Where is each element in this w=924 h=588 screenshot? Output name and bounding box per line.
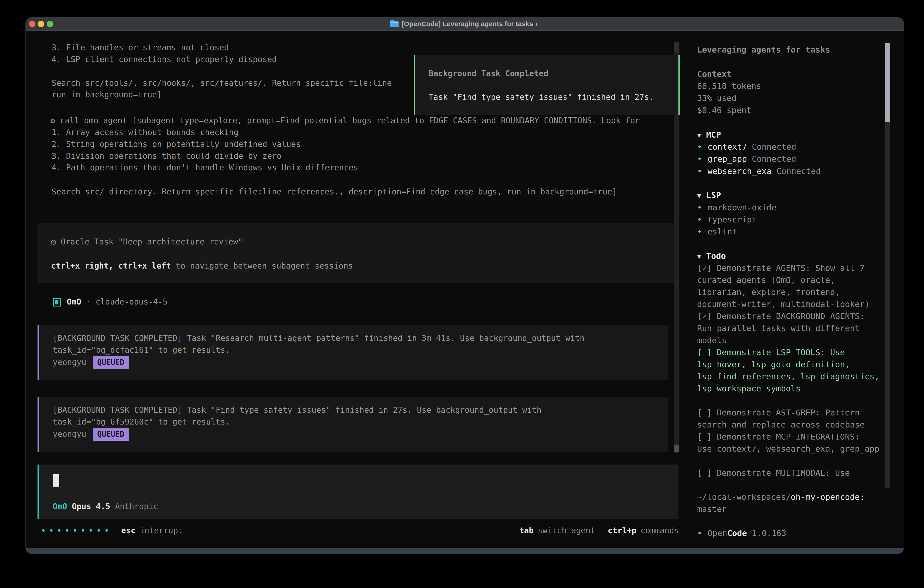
version-line: •OpenCode 1.0.163 xyxy=(697,527,787,539)
lsp-section-header[interactable]: ▼LSP xyxy=(697,189,721,201)
esc-key-label: interrupt xyxy=(140,526,183,535)
scrollback-line: 3. File handles or streams not closed xyxy=(52,41,229,53)
status-dot-icon: • xyxy=(697,227,702,236)
shortcut-hint: to navigate between subagent sessions xyxy=(176,261,353,270)
task-message-line1: [BACKGROUND TASK COMPLETED] Task "Resear… xyxy=(53,332,584,344)
agent-model: claude-opus-4-5 xyxy=(96,297,167,306)
status-dot-icon: • xyxy=(697,215,702,224)
status-dot-icon: • xyxy=(697,167,702,176)
todo-section-header[interactable]: ▼Todo xyxy=(697,250,726,262)
todo-line: [ ] Demonstrate MULTIMODAL: Use xyxy=(697,467,850,479)
window-titlebar: [OpenCode] Leveraging agents for tasks ◐ xyxy=(26,18,904,31)
ctrlp-key-label: commands xyxy=(640,526,679,535)
tab-key-label: switch agent xyxy=(538,526,595,535)
task-message-meta: yeongyuQUEUED xyxy=(53,428,129,441)
todo-line: models xyxy=(697,334,727,346)
todo-line: Use context7, websearch_exa, grep_app xyxy=(697,443,879,455)
lsp-item: •markdown-oxide xyxy=(697,202,776,213)
scrollback-line: Search src/tools/, src/hooks/, src/featu… xyxy=(52,77,392,89)
esc-keycap: esc xyxy=(121,526,135,535)
context-tokens: 66,518 tokens xyxy=(697,80,761,92)
notification-title: Background Task Completed xyxy=(429,68,548,79)
tool-call-item: 3. Division operations that could divide… xyxy=(52,150,282,162)
window-title-group: [OpenCode] Leveraging agents for tasks ◐ xyxy=(390,20,539,28)
oracle-task-box: ◎ Oracle Task "Deep architecture review"… xyxy=(38,223,674,283)
lsp-item: •typescript xyxy=(697,213,757,226)
traffic-lights xyxy=(29,21,53,27)
spinner-dots: ∙∙∙∙∙∙∙∙∙ xyxy=(41,525,112,535)
todo-line: Run parallel tasks with different xyxy=(697,322,860,334)
notification-toast[interactable]: Background Task Completed Task "Find typ… xyxy=(414,55,680,115)
window-bottom-edge xyxy=(26,548,904,554)
todo-line-active: lsp_hover, lsp_goto_definition, xyxy=(697,358,850,370)
maximize-button[interactable] xyxy=(47,21,53,27)
task-message-meta: yeongyuQUEUED xyxy=(53,356,129,369)
status-dot-icon: • xyxy=(697,203,702,212)
gear-icon: ⚙ xyxy=(51,116,55,125)
task-message: [BACKGROUND TASK COMPLETED] Task "Find t… xyxy=(38,397,668,452)
prompt-input[interactable]: OmO Opus 4.5 Anthropic xyxy=(38,464,678,519)
workspace-branch: master xyxy=(697,503,727,515)
status-dot-icon: • xyxy=(697,142,702,152)
mcp-item: •websearch_exa Connected xyxy=(697,165,821,177)
status-bar-right: tab switch agent ctrl+p commands xyxy=(519,525,679,537)
todo-line-active: lsp_workspace_symbols xyxy=(697,382,800,395)
main-scrollbar-cap xyxy=(674,41,679,52)
input-provider: Anthropic xyxy=(115,502,158,511)
agent-name: OmO xyxy=(67,297,81,306)
shortcut-keys: ctrl+x right, ctrl+x left xyxy=(51,261,171,270)
agent-header: OmO · claude-opus-4-5 xyxy=(67,296,168,308)
task-author: yeongyu xyxy=(53,358,86,367)
task-message-line1: [BACKGROUND TASK COMPLETED] Task "Find t… xyxy=(53,404,541,416)
todo-line-active: lsp_find_references, lsp_diagnostics, xyxy=(697,370,879,382)
oracle-icon: ◎ xyxy=(51,237,56,246)
sidebar-scrollbar-track[interactable] xyxy=(885,122,890,488)
tab-keycap: tab xyxy=(519,526,534,535)
status-dot-icon: • xyxy=(697,154,702,164)
context-heading: Context xyxy=(697,68,732,80)
notification-body: Task "Find type safety issues" finished … xyxy=(429,91,653,103)
main-scrollbar-thumb[interactable] xyxy=(674,445,679,453)
context-spent: $0.46 spent xyxy=(697,104,751,116)
todo-line: [✓] Demonstrate AGENTS: Show all 7 xyxy=(697,262,865,274)
scrollback-line: run_in_background=true] xyxy=(52,89,162,101)
chevron-down-icon: ▼ xyxy=(697,192,701,200)
lsp-item: •eslint xyxy=(697,226,737,238)
workspace-path: ~/local-workspaces/oh-my-opencode: xyxy=(697,491,865,503)
window-title: [OpenCode] Leveraging agents for tasks ◐ xyxy=(402,20,539,28)
task-message-line2: task_id="bg_dcfac161" to get results. xyxy=(53,344,230,356)
mcp-section-header[interactable]: ▼MCP xyxy=(697,129,721,141)
status-badge: QUEUED xyxy=(93,356,129,369)
mcp-item: •context7 Connected xyxy=(697,141,796,153)
tool-call-item: 4. Path operations that don't handle Win… xyxy=(52,162,358,173)
text-cursor xyxy=(53,474,59,487)
sidebar-scrollbar-thumb[interactable] xyxy=(885,43,890,122)
todo-line: search and replace across codebase xyxy=(697,419,865,431)
todo-line: document-writer, multimodal-looker) xyxy=(697,298,870,310)
input-agent-name[interactable]: OmO xyxy=(53,502,67,511)
todo-line: [✓] Demonstrate BACKGROUND AGENTS: xyxy=(697,310,865,322)
session-title: Leveraging agents for tasks xyxy=(697,44,830,56)
oracle-task-title: ◎ Oracle Task "Deep architecture review" xyxy=(51,236,243,248)
minimize-button[interactable] xyxy=(38,21,45,27)
opencode-terminal-window: [OpenCode] Leveraging agents for tasks ◐… xyxy=(26,18,904,554)
close-button[interactable] xyxy=(29,21,35,27)
status-badge: QUEUED xyxy=(93,428,129,441)
task-author: yeongyu xyxy=(53,429,86,439)
input-model-name[interactable]: Opus 4.5 xyxy=(72,502,110,511)
todo-line: curated agents (OmO, oracle, xyxy=(697,274,835,286)
todo-line-active: [ ] Demonstrate LSP TOOLS: Use xyxy=(697,346,845,358)
todo-line: [ ] Demonstrate AST-GREP: Pattern xyxy=(697,406,860,419)
todo-line: librarian, explore, frontend, xyxy=(697,286,840,298)
folder-icon xyxy=(390,21,399,27)
agent-icon xyxy=(53,298,61,307)
context-used: 33% used xyxy=(697,92,736,104)
tool-call-item: 1. Array access without bounds checking xyxy=(52,126,239,138)
task-message: [BACKGROUND TASK COMPLETED] Task "Resear… xyxy=(38,325,668,380)
tool-call-header: ⚙ call_omo_agent [subagent_type=explore,… xyxy=(51,115,640,126)
scrollback-line: 4. LSP client connections not properly d… xyxy=(52,53,277,65)
chevron-down-icon: ▼ xyxy=(697,131,701,139)
mcp-item: •grep_app Connected xyxy=(697,153,796,165)
screen: [OpenCode] Leveraging agents for tasks ◐… xyxy=(0,0,924,588)
task-message-line2: task_id="bg_6f59260c" to get results. xyxy=(53,416,230,428)
